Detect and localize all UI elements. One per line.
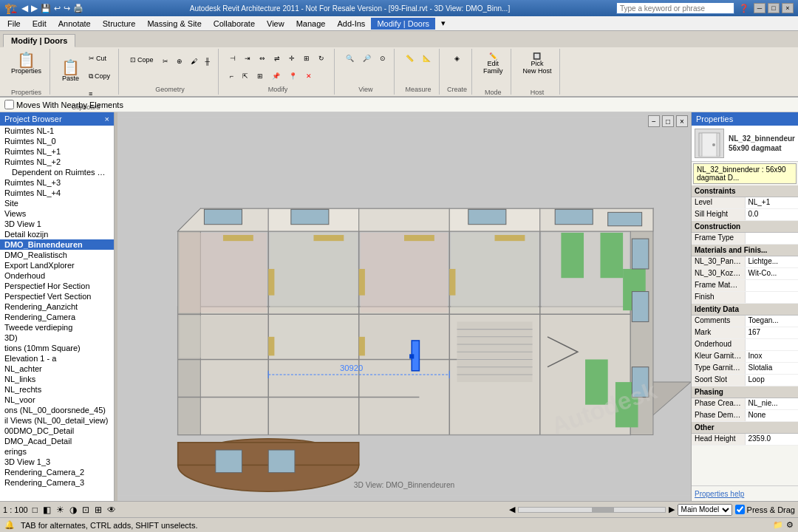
browser-item[interactable]: Site xyxy=(0,198,114,208)
prop-value[interactable] xyxy=(746,339,799,350)
view-btn-3[interactable]: ⊙ xyxy=(376,50,389,66)
prop-value[interactable]: Lichtge... xyxy=(746,256,799,267)
prop-section-header[interactable]: Construction xyxy=(692,221,798,233)
moves-with-nearby-checkbox[interactable] xyxy=(4,100,14,109)
browser-item[interactable]: Elevation 1 - a xyxy=(0,353,114,364)
prop-section-header[interactable]: Identity Data xyxy=(692,304,798,316)
menu-extra[interactable]: ▾ xyxy=(435,17,451,30)
prop-value[interactable] xyxy=(746,292,799,303)
menu-edit[interactable]: Edit xyxy=(27,18,52,30)
browser-item[interactable]: DMO_Binnendeuren xyxy=(0,239,114,250)
delete-button[interactable]: ✕ xyxy=(302,68,316,84)
browser-item[interactable]: 3D View 1_3 xyxy=(0,457,114,467)
pick-new-host-button[interactable]: 🔲 PickNew Host xyxy=(519,50,555,87)
browser-item[interactable]: Views xyxy=(0,208,114,219)
prop-value[interactable]: Loop xyxy=(746,375,799,386)
prop-value[interactable] xyxy=(746,233,799,244)
view-btn-2[interactable]: 🔎 xyxy=(359,50,375,66)
browser-item[interactable]: Ruimtes NL_+2 xyxy=(0,157,114,167)
cope-button[interactable]: ⊡ Cope xyxy=(126,52,157,68)
browser-item[interactable]: ons (NL_00_doorsnede_45) xyxy=(0,405,114,415)
prop-value[interactable]: 2359.0 xyxy=(746,434,799,445)
browser-item[interactable]: Rendering_Camera_2 xyxy=(0,467,114,477)
menu-addins[interactable]: Add-Ins xyxy=(331,18,371,30)
minimize-button[interactable]: ─ xyxy=(754,3,765,13)
menu-collaborate[interactable]: Collaborate xyxy=(208,18,261,30)
browser-item[interactable]: Onderhoud xyxy=(0,270,114,281)
prop-section-header[interactable]: Constraints xyxy=(692,185,798,197)
view-style-icon[interactable]: ◧ xyxy=(41,505,52,515)
scale-button[interactable]: ⇱ xyxy=(239,68,252,84)
prop-section-header[interactable]: Materials and Finis... xyxy=(692,245,798,256)
menu-structure[interactable]: Structure xyxy=(97,18,142,30)
properties-button[interactable]: 📋 Properties xyxy=(7,50,45,87)
browser-item[interactable]: Tweede verdieping xyxy=(0,322,114,332)
quick-access-print[interactable]: 🖨️ xyxy=(73,4,83,13)
browser-item[interactable]: Perspectief Hor Section xyxy=(0,281,114,291)
project-browser-close[interactable]: × xyxy=(105,115,109,123)
browser-item[interactable]: Ruimtes NL_+4 xyxy=(0,188,114,198)
menu-modify-doors[interactable]: Modify | Doors xyxy=(371,18,435,30)
browser-item[interactable]: NL_achter xyxy=(0,364,114,374)
viewport-restore[interactable]: □ xyxy=(662,115,674,127)
menu-file[interactable]: File xyxy=(1,18,27,30)
viewport-minimize[interactable]: − xyxy=(648,115,660,127)
scrollbar-thumb[interactable] xyxy=(592,508,614,512)
browser-item[interactable]: Rendering_Aanzicht xyxy=(0,301,114,312)
viewport[interactable]: − □ × xyxy=(117,112,691,501)
quick-access-save[interactable]: 💾 xyxy=(41,4,51,13)
view-btn-1[interactable]: 🔍 xyxy=(342,50,358,66)
ribbon-tab-modify-doors[interactable]: Modify | Doors xyxy=(3,34,75,47)
join-button[interactable]: ⊕ xyxy=(173,53,186,69)
menu-manage[interactable]: Manage xyxy=(290,18,332,30)
move-button[interactable]: ✛ xyxy=(285,50,299,66)
quick-access-forward[interactable]: ▶ xyxy=(31,3,38,13)
quick-access-undo[interactable]: ↩ xyxy=(54,4,61,13)
prop-value[interactable]: NL_+1 xyxy=(746,197,799,208)
browser-item[interactable]: Rendering_Camera xyxy=(0,312,114,322)
detail-level-icon[interactable]: □ xyxy=(31,505,39,515)
menu-view[interactable]: View xyxy=(261,18,290,30)
worksets-icon[interactable]: 📁 xyxy=(773,520,783,530)
browser-item[interactable]: erings xyxy=(0,446,114,457)
mirror-draw-button[interactable]: ⇌ xyxy=(270,50,284,66)
browser-item[interactable]: DMO_Acad_Detail xyxy=(0,436,114,446)
rotate-button[interactable]: ↻ xyxy=(315,50,328,66)
nav-bar-left[interactable]: ◀ xyxy=(509,505,515,514)
array-button[interactable]: ⊞ xyxy=(253,68,267,84)
measure-btn-1[interactable]: 📏 xyxy=(402,50,417,66)
prop-value[interactable]: Wit-Co... xyxy=(746,268,799,279)
browser-item[interactable]: NL_voor xyxy=(0,395,114,405)
paint-button[interactable]: 🖌 xyxy=(187,53,201,69)
quick-access-back[interactable]: ◀ xyxy=(21,3,28,13)
browser-item[interactable]: 3D) xyxy=(0,332,114,343)
prop-section-header[interactable]: Other xyxy=(692,422,798,434)
browser-item[interactable]: NL_links xyxy=(0,374,114,384)
prop-value[interactable]: Toegan... xyxy=(746,316,799,327)
pin-button[interactable]: 📌 xyxy=(268,68,284,84)
trim-button[interactable]: ⌐ xyxy=(226,68,237,84)
sun-icon[interactable]: ☀ xyxy=(55,505,66,515)
unpin-button[interactable]: 📍 xyxy=(285,68,301,84)
crop-icon[interactable]: ⊡ xyxy=(81,505,91,515)
browser-item[interactable]: Perspectief Vert Section xyxy=(0,291,114,301)
viewport-close[interactable]: × xyxy=(676,115,688,127)
quick-access-redo[interactable]: ↪ xyxy=(64,4,70,13)
prop-value[interactable]: Slotalia xyxy=(746,363,799,374)
measure-btn-2[interactable]: 📐 xyxy=(419,50,434,66)
prop-value[interactable]: Inox xyxy=(746,351,799,362)
paste-button[interactable]: 📋 Paste xyxy=(58,58,83,95)
menu-massing[interactable]: Massing & Site xyxy=(141,18,207,30)
press-drag-checkbox[interactable] xyxy=(735,505,745,514)
prop-value[interactable]: None xyxy=(746,410,799,421)
maximize-button[interactable]: □ xyxy=(768,3,780,13)
copy-button[interactable]: ⧉ Copy xyxy=(85,68,114,84)
browser-item[interactable]: il Views (NL_00_detail_view) xyxy=(0,415,114,426)
edit-family-button[interactable]: ✏️ EditFamily xyxy=(480,50,507,87)
close-button[interactable]: × xyxy=(782,3,794,13)
browser-item[interactable]: Detail kozijn xyxy=(0,229,114,239)
prop-value[interactable]: NL_nie... xyxy=(746,398,799,409)
browser-item[interactable]: DMO_Realistisch xyxy=(0,250,114,260)
split-button[interactable]: ╫ xyxy=(202,53,214,69)
view-scrollbar[interactable] xyxy=(518,507,666,513)
